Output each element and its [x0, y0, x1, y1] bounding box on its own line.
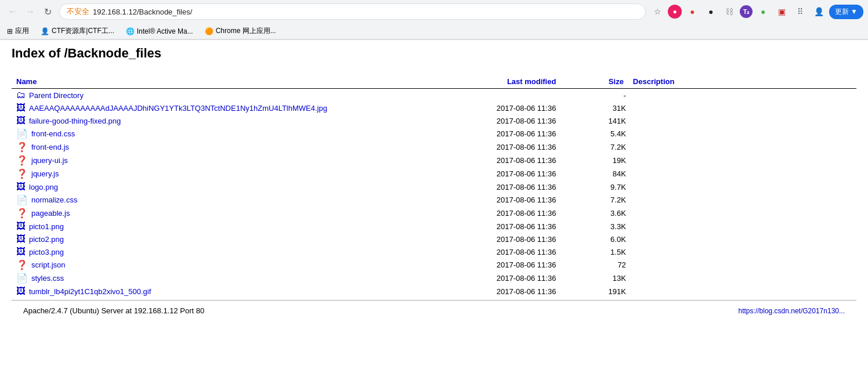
file-size: 5.4K — [560, 127, 628, 140]
refresh-button[interactable]: ↻ — [39, 3, 56, 20]
file-link[interactable]: ❓ jquery-ui.js — [16, 155, 387, 166]
file-name-cell: 🖼 logo.png — [12, 180, 392, 193]
forward-button[interactable]: → — [22, 3, 38, 20]
update-button[interactable]: 更新 ▼ — [829, 5, 863, 19]
file-link[interactable]: ❓ pageable.js — [16, 208, 387, 219]
file-modified: 2017-08-06 11:36 — [392, 285, 560, 298]
file-link[interactable]: 🖼 picto2.png — [16, 234, 387, 244]
file-desc — [628, 285, 856, 298]
file-name: front-end.css — [31, 129, 75, 138]
file-type-icon: 📄 — [16, 128, 28, 139]
file-name: jquery.js — [31, 169, 59, 178]
file-name-cell: ❓ jquery.js — [12, 167, 392, 180]
file-type-icon: 🖼 — [16, 286, 26, 296]
file-name-cell: 📄 styles.css — [12, 272, 392, 285]
file-size: 19K — [560, 154, 628, 167]
file-desc — [628, 272, 856, 285]
file-link[interactable]: 🖼 AAEAAQAAAAAAAAAdJAAAAJDhiNGY1YTk3LTQ3N… — [16, 103, 387, 113]
col-name-link[interactable]: Name — [16, 77, 37, 86]
extension-icon-black[interactable]: ● — [703, 3, 719, 20]
file-desc — [628, 114, 856, 127]
col-modified-link[interactable]: Last modified — [507, 77, 556, 86]
bookmark-ctf[interactable]: 👤 CTF资源库|CTF工... — [38, 25, 117, 37]
table-row: 📄 normalize.css 2017-08-06 11:36 7.2K — [12, 193, 856, 207]
file-link[interactable]: 📄 styles.css — [16, 273, 387, 284]
table-row: ❓ jquery-ui.js 2017-08-06 11:36 19K — [12, 154, 856, 167]
account-button[interactable]: 👤 — [811, 3, 827, 20]
file-desc — [628, 154, 856, 167]
parent-desc — [628, 89, 856, 102]
extension-icon-red2[interactable]: ▣ — [773, 3, 790, 20]
file-name: logo.png — [29, 183, 58, 191]
file-type-icon: 🖼 — [16, 234, 26, 244]
file-name: front-end.js — [31, 143, 69, 151]
file-name: failure-good-thing-fixed.png — [29, 117, 121, 125]
star-icon[interactable]: ☆ — [649, 3, 666, 20]
bookmark-intel-label: Intel® Active Ma... — [137, 27, 193, 35]
file-link[interactable]: ❓ jquery.js — [16, 168, 387, 179]
col-desc-link[interactable]: Description — [633, 77, 675, 86]
file-size: 7.2K — [560, 193, 628, 207]
file-modified: 2017-08-06 11:36 — [392, 245, 560, 258]
file-link[interactable]: 📄 front-end.css — [16, 128, 387, 139]
file-type-icon: 🖼 — [16, 247, 26, 257]
browser-chrome: ← → ↻ 不安全 192.168.1.12/Backnode_files/ ☆… — [0, 0, 868, 40]
col-desc: Description — [628, 75, 856, 89]
file-desc — [628, 220, 856, 233]
file-link[interactable]: 🖼 failure-good-thing-fixed.png — [16, 115, 387, 126]
file-link[interactable]: ❓ front-end.js — [16, 142, 387, 153]
file-name-cell: 📄 normalize.css — [12, 193, 392, 207]
file-link[interactable]: 🖼 tumblr_lb4pi2yt1C1qb2xivo1_500.gif — [16, 286, 387, 296]
file-link[interactable]: 📄 normalize.css — [16, 194, 387, 205]
file-name: styles.css — [31, 274, 64, 283]
file-desc — [628, 233, 856, 245]
file-name-cell: ❓ script.json — [12, 258, 392, 272]
parent-dir-label: Parent Directory — [29, 91, 84, 100]
bookmark-chrome-label: Chrome 网上应用... — [216, 26, 276, 36]
file-name-cell: 🖼 picto3.png — [12, 245, 392, 258]
profile-icon[interactable]: ● — [668, 5, 682, 19]
parent-folder-icon: 🗂 — [16, 90, 26, 100]
file-modified: 2017-08-06 11:36 — [392, 102, 560, 114]
file-name-cell: 🖼 tumblr_lb4pi2yt1C1qb2xivo1_500.gif — [12, 285, 392, 298]
extensions-button[interactable]: ⠿ — [792, 3, 808, 20]
file-modified: 2017-08-06 11:36 — [392, 207, 560, 220]
file-desc — [628, 258, 856, 272]
bookmark-chrome[interactable]: 🟠 Chrome 网上应用... — [202, 25, 279, 37]
footer-bottom: Apache/2.4.7 (Ubuntu) Server at 192.168.… — [12, 304, 856, 317]
file-name: pageable.js — [31, 209, 70, 218]
col-modified: Last modified — [392, 75, 560, 89]
file-table: Name Last modified Size Description 🗂 Pa… — [12, 75, 856, 298]
file-desc — [628, 140, 856, 154]
extension-icon-purple[interactable]: T₂ — [740, 5, 753, 18]
address-bar[interactable]: 不安全 192.168.1.12/Backnode_files/ — [59, 3, 646, 20]
file-name-cell: 🖼 failure-good-thing-fixed.png — [12, 114, 392, 127]
bookmark-intel[interactable]: 🌐 Intel® Active Ma... — [124, 26, 196, 37]
extension-icon-chain[interactable]: ⛓ — [721, 3, 737, 20]
file-size: 191K — [560, 285, 628, 298]
file-size: 9.7K — [560, 180, 628, 193]
back-button[interactable]: ← — [5, 3, 21, 20]
page-title: Index of /Backnode_files — [12, 46, 856, 66]
file-size: 84K — [560, 167, 628, 180]
extension-icon-red[interactable]: ● — [684, 3, 700, 20]
file-desc — [628, 193, 856, 207]
file-modified: 2017-08-06 11:36 — [392, 127, 560, 140]
file-name-cell: ❓ pageable.js — [12, 207, 392, 220]
bookmark-apps[interactable]: ⊞ 应用 — [5, 25, 31, 37]
parent-dir-link[interactable]: 🗂 Parent Directory — [16, 90, 387, 100]
table-header: Name Last modified Size Description — [12, 75, 856, 89]
file-link[interactable]: 🖼 logo.png — [16, 182, 387, 192]
file-link[interactable]: ❓ script.json — [16, 259, 387, 270]
file-type-icon: 🖼 — [16, 182, 26, 192]
footer: Apache/2.4.7 (Ubuntu) Server at 192.168.… — [12, 300, 856, 321]
file-link[interactable]: 🖼 picto3.png — [16, 247, 387, 257]
extension-icon-green[interactable]: ● — [755, 3, 771, 20]
file-type-icon: 📄 — [16, 194, 28, 205]
col-size-link[interactable]: Size — [609, 77, 624, 86]
apps-icon: ⊞ — [7, 27, 13, 35]
file-link[interactable]: 🖼 picto1.png — [16, 221, 387, 231]
table-row: 🖼 picto3.png 2017-08-06 11:36 1.5K — [12, 245, 856, 258]
table-row: 🖼 logo.png 2017-08-06 11:36 9.7K — [12, 180, 856, 193]
url-display: 192.168.1.12/Backnode_files/ — [93, 8, 192, 16]
